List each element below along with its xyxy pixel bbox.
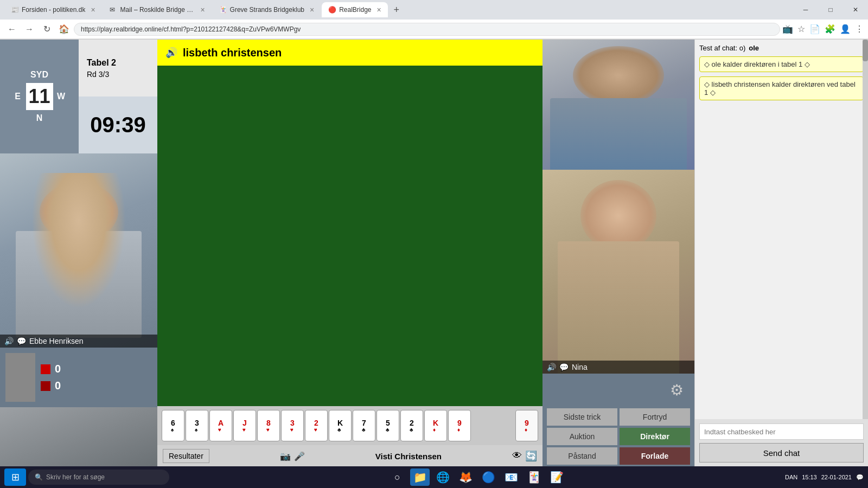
mic-icon[interactable]: 🎤 <box>294 451 305 461</box>
north-video-inner <box>542 40 694 170</box>
resultater-button[interactable]: Resultater <box>163 449 209 463</box>
close-button[interactable]: ✕ <box>843 0 868 20</box>
bookmark-icon[interactable]: ☆ <box>797 24 805 34</box>
back-button[interactable]: ← <box>4 22 20 37</box>
round-label: Rd 3/3 <box>87 70 149 79</box>
taskbar-explorer[interactable]: 📁 <box>410 468 430 486</box>
extensions-icon[interactable]: 🧩 <box>825 24 835 34</box>
chat-scrollbar[interactable] <box>863 40 868 419</box>
chat-message-text-0: ◇ ole kalder direktøren i tabel 1 ◇ <box>704 60 810 68</box>
send-chat-button[interactable]: Send chat <box>699 443 864 463</box>
action-buttons-grid: Sidste trick Fortryd Auktion Direktør På… <box>542 406 694 467</box>
compass-east: W <box>53 83 69 110</box>
taskbar-email[interactable]: 📧 <box>501 468 521 486</box>
taskbar-right-area: DAN 15:13 22-01-2021 💬 <box>785 474 864 481</box>
card-5-clubs[interactable]: 5♣ <box>376 410 399 441</box>
west-chat-icon[interactable]: 💬 <box>17 337 26 345</box>
taskbar-chrome[interactable]: 🔵 <box>478 468 498 486</box>
west-speaker-icon[interactable]: 🔊 <box>4 337 14 345</box>
compass-north: SYD <box>26 67 53 83</box>
card-6-spades[interactable]: 6♠ <box>162 410 184 441</box>
url-text: https://play.realbridge.online/cf.html?p… <box>81 25 301 33</box>
north-video-feed <box>542 40 694 170</box>
cards-hand[interactable]: 6♠ 3♠ A♥ J♥ 8♥ 3♥ 2♥ K♣ 7♣ 5♣ 2♣ K♦ 9♦ 9… <box>157 406 542 445</box>
card-8-hearts[interactable]: 8♥ <box>257 410 280 441</box>
reload-button[interactable]: ↻ <box>39 22 54 37</box>
eye-icon[interactable]: 👁 <box>512 450 522 462</box>
card-9-diamonds-1[interactable]: 9♦ <box>448 410 471 441</box>
score-value-0: 0 <box>55 363 61 375</box>
settings-area: ⚙ <box>542 374 694 406</box>
taskbar: ⊞ 🔍 Skriv her for at søge ○ 📁 🌐 🦊 🔵 📧 🃏 … <box>0 466 868 488</box>
chat-header-name: ole <box>749 44 759 52</box>
score-value-1: 0 <box>55 380 61 392</box>
card-J-hearts[interactable]: J♥ <box>233 410 256 441</box>
chat-scrollbar-thumb[interactable] <box>863 40 868 61</box>
maximize-button[interactable]: □ <box>818 0 843 20</box>
refresh-icon[interactable]: 🔄 <box>525 450 537 462</box>
gear-icon[interactable]: ⚙ <box>670 381 684 399</box>
south-player-name: Visti Christensen <box>375 452 442 461</box>
taskbar-lang: DAN <box>785 474 797 480</box>
east-speaker-icon[interactable]: 🔊 <box>547 363 556 371</box>
chat-message-0: ◇ ole kalder direktøren i tabel 1 ◇ <box>699 56 864 72</box>
table-name: Tabel 2 <box>87 58 149 68</box>
cast-icon: 📺 <box>782 24 793 34</box>
compass-center: 11 <box>26 83 53 110</box>
taskbar-firefox[interactable]: 🦊 <box>456 468 475 486</box>
card-K-diamonds[interactable]: K♦ <box>424 410 447 441</box>
forward-button[interactable]: → <box>22 22 37 37</box>
taskbar-time: 15:13 <box>802 474 817 480</box>
card-3-spades[interactable]: 3♠ <box>186 410 208 441</box>
forlade-button[interactable]: Forlade <box>620 447 690 465</box>
chat-message-text-1: ◇ lisbeth christensen kalder direktøren … <box>704 80 856 97</box>
video-icon[interactable]: 📷 <box>280 451 291 461</box>
auktion-button[interactable]: Auktion <box>547 428 617 445</box>
card-7-clubs[interactable]: 7♣ <box>353 410 375 441</box>
pastand-button[interactable]: Påstand <box>547 447 617 465</box>
chat-header-area: Test af chat: o) ole <box>699 44 864 52</box>
chat-input-area: Send chat <box>695 419 868 467</box>
compass-west: E <box>10 83 26 110</box>
fortryd-button[interactable]: Fortryd <box>620 408 690 426</box>
card-3-hearts[interactable]: 3♥ <box>281 410 304 441</box>
taskbar-search-label: Skriv her for at søge <box>46 473 105 481</box>
start-button[interactable]: ⊞ <box>4 468 26 486</box>
chat-header-text: Test af chat: o) <box>699 44 745 52</box>
notification-icon[interactable]: 💬 <box>856 474 864 481</box>
card-2-clubs[interactable]: 2♣ <box>400 410 423 441</box>
north-player-bar: 🔊 lisbeth christensen <box>157 40 542 66</box>
card-2-hearts[interactable]: 2♥ <box>305 410 328 441</box>
compass: SYD E 11 W N <box>10 67 69 126</box>
direktor-button[interactable]: Direktør <box>620 428 690 445</box>
bridge-table <box>157 66 542 406</box>
taskbar-app-icons: ○ 📁 🌐 🦊 🔵 📧 🃏 📝 <box>171 468 783 486</box>
score-item-1: 0 <box>41 380 61 392</box>
card-K-clubs[interactable]: K♣ <box>329 410 352 441</box>
taskbar-cards[interactable]: 🃏 <box>524 468 544 486</box>
chat-input-field[interactable] <box>699 423 864 440</box>
north-speaker-icon[interactable]: 🔊 <box>165 47 177 59</box>
timer-display: 09:39 <box>79 97 157 153</box>
home-button[interactable]: 🏠 <box>56 22 72 37</box>
taskbar-search-bar[interactable]: 🔍 Skriv her for at søge <box>28 470 169 485</box>
minimize-button[interactable]: ─ <box>793 0 818 20</box>
taskbar-cortana[interactable]: ○ <box>387 468 407 486</box>
west-player-bar: 🔊 💬 Ebbe Henriksen <box>0 335 157 348</box>
card-A-hearts[interactable]: A♥ <box>209 410 232 441</box>
west-video-feed <box>0 153 157 348</box>
taskbar-date: 22-01-2021 <box>821 474 852 480</box>
score-display: 0 0 <box>41 363 61 392</box>
sidste-trick-button[interactable]: Sidste trick <box>547 408 617 426</box>
address-bar[interactable]: https://play.realbridge.online/cf.html?p… <box>74 23 780 36</box>
south-local-video <box>0 407 157 467</box>
card-9-diamonds-2[interactable]: 9♦ <box>515 410 538 441</box>
east-chat-icon[interactable]: 💬 <box>559 363 569 371</box>
chat-message-1: ◇ lisbeth christensen kalder direktøren … <box>699 76 864 100</box>
settings-icon[interactable]: ⋮ <box>855 24 864 34</box>
profile-icon[interactable]: 👤 <box>840 24 851 34</box>
taskbar-edge[interactable]: 🌐 <box>433 468 452 486</box>
search-icon: 🔍 <box>35 473 43 481</box>
taskbar-word[interactable]: 📝 <box>547 468 566 486</box>
east-player-bar: 🔊 💬 Nina <box>542 361 694 374</box>
